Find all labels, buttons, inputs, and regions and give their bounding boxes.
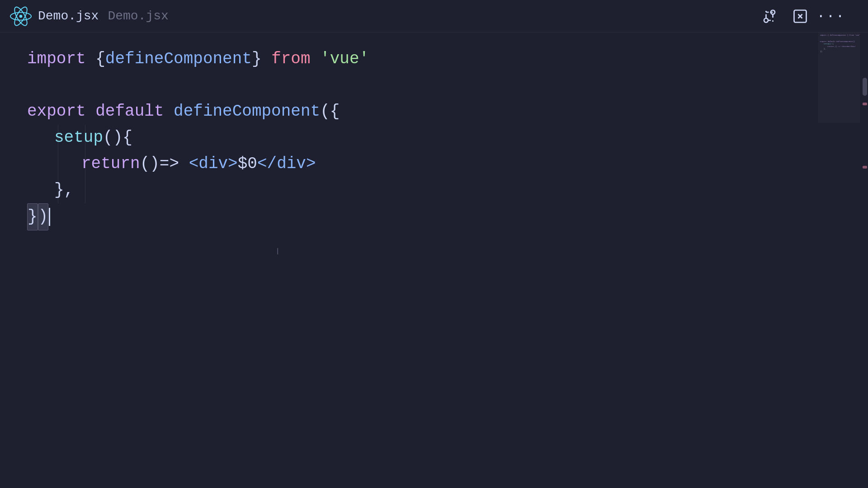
code-line-4: setup () { [27, 125, 841, 151]
svg-point-3 [19, 14, 23, 18]
token-div-close: </ [257, 151, 277, 177]
token-setup-close-brace: } [54, 177, 64, 203]
token-define-component-1: defineComponent [105, 46, 252, 72]
token-paren-open: ( [320, 99, 330, 125]
token-ret-paren-close: ) [150, 151, 160, 177]
code-line-7: } ) [27, 203, 841, 230]
more-options-button[interactable]: ··· [821, 6, 841, 26]
token-vue-module: 'vue' [320, 46, 369, 72]
svg-point-4 [764, 18, 768, 22]
token-arrow: => [160, 151, 179, 177]
tab-inactive-label: Demo.jsx [108, 9, 168, 23]
tab-bar: Demo.jsx Demo.jsx ··· [0, 0, 868, 33]
code-editor[interactable]: import { defineComponent } from 'vue' ex… [0, 33, 868, 244]
token-brace-close: } [252, 46, 262, 72]
token-return: return [81, 151, 140, 177]
code-line-1: import { defineComponent } from 'vue' [27, 46, 841, 72]
tab-active-label: Demo.jsx [38, 9, 99, 23]
token-setup: setup [54, 125, 103, 151]
diff-icon-button[interactable] [760, 6, 779, 26]
token-comma: , [64, 177, 74, 203]
code-line-3: export default defineComponent ( { [27, 99, 841, 125]
token-brace-open: { [95, 46, 105, 72]
token-obj-brace-open: { [330, 99, 340, 125]
close-icon-button[interactable] [790, 6, 810, 26]
token-from: from [271, 46, 310, 72]
token-div-open: < [179, 151, 198, 177]
token-setup-parens: () [103, 125, 123, 151]
token-outer-brace-close: } [27, 203, 38, 230]
token-setup-brace: { [123, 125, 132, 151]
code-line-5: return ( ) => <div> $0 </div> [27, 151, 841, 177]
text-cursor [49, 208, 50, 226]
app-logo [9, 5, 33, 28]
tab-icon-group: ··· [760, 6, 841, 26]
token-ret-paren-open: ( [140, 151, 150, 177]
token-export: export [27, 99, 86, 125]
code-line-empty [27, 72, 841, 99]
token-default: default [95, 99, 164, 125]
token-define-component-2: defineComponent [174, 99, 320, 125]
token-outer-paren-close: ) [38, 203, 49, 230]
mouse-cursor-pos: | [276, 236, 279, 262]
token-import: import [27, 46, 86, 72]
tab-active[interactable]: Demo.jsx [38, 9, 99, 23]
code-line-6: } , [27, 177, 841, 203]
tab-inactive[interactable]: Demo.jsx [108, 9, 168, 23]
token-placeholder: $0 [238, 151, 257, 177]
